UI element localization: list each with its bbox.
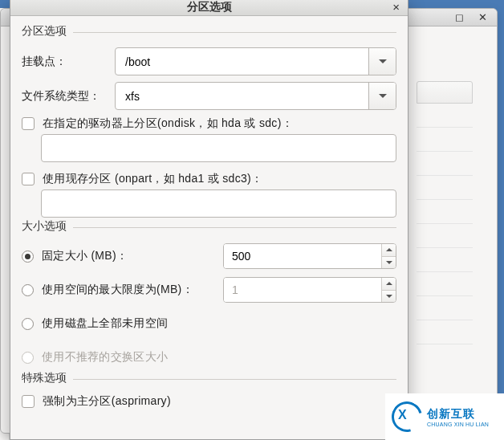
watermark-cn: 创新互联 [427, 407, 489, 422]
chevron-up-icon [386, 248, 392, 251]
partition-options-legend: 分区选项 [22, 24, 73, 39]
swap-row: 使用不推荐的交换区大小 [22, 344, 396, 371]
onpart-label: 使用现存分区 (onpart，如 hda1 或 sdc3)： [43, 172, 262, 186]
bg-table-row [417, 200, 473, 224]
fixed-size-radio[interactable] [22, 251, 34, 263]
bg-table-row [417, 128, 473, 152]
fixed-size-label: 固定大小 (MB)： [42, 249, 128, 263]
fstype-row: 文件系统类型： [22, 82, 396, 110]
dialog-content: 分区选项 挂载点： 文件系统类型： [10, 16, 408, 439]
fixed-size-spin-buttons [381, 244, 396, 268]
dialog-title: 分区选项 [187, 0, 232, 14]
fixed-size-spinbox[interactable] [223, 243, 396, 269]
bg-table-row [417, 320, 473, 344]
max-size-row: 使用空间的最大限度为(MB)： [22, 276, 396, 304]
bg-maximize-icon[interactable]: ◻ [455, 11, 464, 23]
dialog-titlebar: 分区选项 × [10, 0, 408, 16]
bg-table-row [417, 224, 473, 248]
mount-label: 挂载点： [22, 55, 115, 69]
onpart-checkbox[interactable] [22, 173, 35, 185]
max-size-input[interactable] [224, 278, 381, 302]
max-size-radio[interactable] [22, 284, 34, 296]
partition-options-section: 分区选项 挂载点： 文件系统类型： [22, 32, 396, 218]
ondisk-input-wrap [41, 134, 396, 162]
partition-options-dialog: 分区选项 × 分区选项 挂载点： 文件系统类型： [10, 0, 408, 440]
size-options-legend: 大小选项 [22, 219, 73, 234]
bg-table-row [417, 248, 473, 272]
bg-table-row [417, 104, 473, 128]
max-size-down[interactable] [382, 291, 396, 303]
asprimary-checkbox[interactable] [22, 395, 35, 408]
asprimary-row: 强制为主分区(asprimary) [22, 394, 396, 409]
fstype-label: 文件系统类型： [22, 89, 115, 104]
watermark-en: CHUANG XIN HU LIAN [427, 422, 489, 427]
size-options-section: 大小选项 固定大小 (MB)： 使用空间的最大限度为(MB)： [22, 227, 396, 371]
fixed-size-up[interactable] [382, 244, 396, 257]
fixed-size-down[interactable] [382, 257, 396, 269]
ondisk-label: 在指定的驱动器上分区(ondisk，如 hda 或 sdc)： [43, 116, 293, 131]
fstype-input[interactable] [116, 83, 368, 109]
ondisk-row: 在指定的驱动器上分区(ondisk，如 hda 或 sdc)： [22, 116, 396, 131]
fill-row: 使用磁盘上全部未用空间 [22, 310, 396, 337]
fixed-size-input[interactable] [224, 244, 381, 268]
max-size-label: 使用空间的最大限度为(MB)： [42, 283, 193, 297]
mount-combo[interactable] [115, 47, 396, 75]
mount-dropdown-button[interactable] [368, 48, 396, 75]
swap-radio [22, 352, 34, 364]
ondisk-input[interactable] [41, 134, 396, 162]
mount-row: 挂载点： [22, 47, 396, 75]
max-size-spin-buttons [381, 278, 396, 302]
swap-label: 使用不推荐的交换区大小 [42, 350, 168, 365]
chevron-up-icon [386, 282, 392, 285]
fstype-combo[interactable] [115, 82, 396, 110]
chevron-down-icon [379, 59, 387, 63]
onpart-row: 使用现存分区 (onpart，如 hda1 或 sdc3)： [22, 172, 396, 186]
fstype-dropdown-button[interactable] [368, 83, 396, 109]
bg-table-row [417, 296, 473, 320]
max-size-spinbox[interactable] [223, 277, 396, 303]
fill-label: 使用磁盘上全部未用空间 [42, 316, 168, 331]
mount-input[interactable] [116, 48, 368, 75]
bg-table-header [417, 81, 473, 104]
bg-table-row [417, 176, 473, 200]
special-options-legend: 特殊选项 [22, 371, 73, 385]
fill-radio[interactable] [22, 318, 34, 330]
ondisk-checkbox[interactable] [22, 117, 35, 130]
watermark: X 创新互联 CHUANG XIN HU LIAN [385, 393, 504, 440]
chevron-down-icon [386, 261, 392, 264]
onpart-input[interactable] [41, 189, 396, 218]
chevron-down-icon [379, 94, 387, 98]
special-options-section: 特殊选项 强制为主分区(asprimary) [22, 379, 396, 409]
onpart-input-wrap [41, 189, 396, 218]
bg-table-row [417, 152, 473, 176]
max-size-up[interactable] [382, 278, 396, 291]
asprimary-label: 强制为主分区(asprimary) [43, 394, 171, 409]
watermark-logo: X [392, 401, 422, 432]
fixed-size-row: 固定大小 (MB)： [22, 242, 396, 270]
bg-table [417, 81, 473, 344]
watermark-text: 创新互联 CHUANG XIN HU LIAN [427, 407, 489, 427]
bg-close-icon[interactable]: ✕ [478, 11, 487, 23]
bg-table-row [417, 272, 473, 296]
dialog-close-button[interactable]: × [389, 0, 403, 14]
chevron-down-icon [386, 295, 392, 298]
